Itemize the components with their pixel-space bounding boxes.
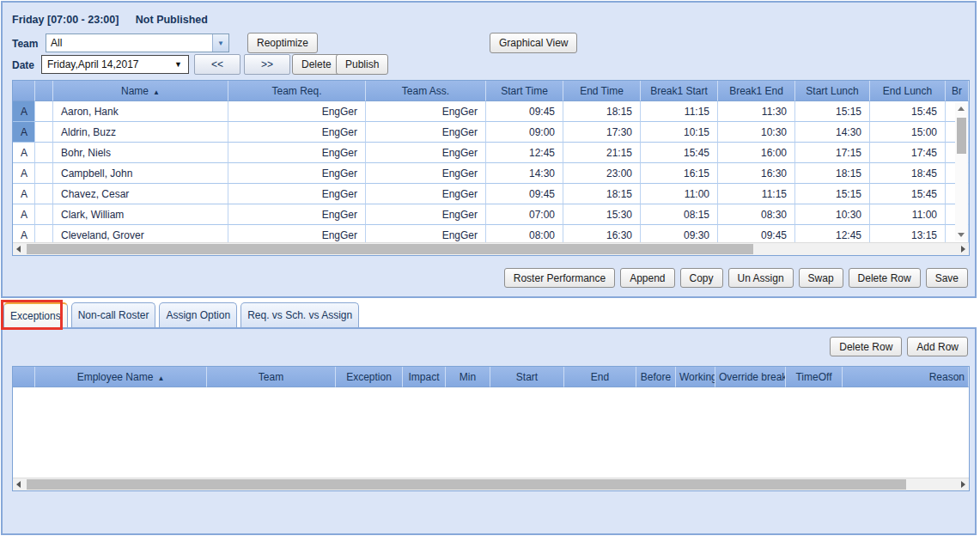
table-row[interactable]: AChavez, CesarEngGerEngGer09:4518:1511:0…: [13, 184, 969, 204]
grid-cell[interactable]: [35, 163, 53, 184]
grid-cell[interactable]: 08:30: [718, 204, 795, 225]
append-button[interactable]: Append: [620, 268, 674, 288]
delete-button[interactable]: Delete: [292, 54, 341, 75]
grid-cell[interactable]: 15:15: [795, 101, 870, 122]
grid-cell[interactable]: Aldrin, Buzz: [53, 122, 228, 143]
table-row[interactable]: ACleveland, GroverEngGerEngGer08:0016:30…: [13, 225, 969, 242]
grid-cell[interactable]: EngGer: [228, 163, 366, 184]
grid-cell[interactable]: A: [13, 184, 35, 204]
column-header[interactable]: Impact: [403, 367, 446, 387]
grid-cell[interactable]: 11:30: [718, 101, 795, 122]
grid-cell[interactable]: Bohr, Niels: [53, 143, 228, 163]
grid-cell[interactable]: 23:00: [563, 163, 641, 184]
column-header[interactable]: Working: [676, 367, 715, 387]
grid-cell[interactable]: Clark, William: [53, 204, 228, 225]
scroll-up-icon[interactable]: [958, 107, 965, 111]
grid-cell[interactable]: 07:00: [486, 204, 563, 225]
grid-cell[interactable]: 11:00: [870, 204, 946, 225]
grid-cell[interactable]: A: [13, 122, 35, 143]
grid-cell[interactable]: A: [13, 101, 35, 122]
column-header[interactable]: Reason: [843, 367, 969, 387]
table-row[interactable]: ACampbell, JohnEngGerEngGer14:3023:0016:…: [13, 163, 969, 184]
grid-cell[interactable]: 15:15: [795, 184, 870, 204]
column-header[interactable]: Start Time: [486, 81, 563, 101]
grid-cell[interactable]: Cleveland, Grover: [53, 225, 228, 242]
column-header[interactable]: [35, 81, 53, 101]
grid-cell[interactable]: EngGer: [366, 225, 486, 242]
grid-cell[interactable]: [35, 122, 53, 143]
reoptimize-button[interactable]: Reoptimize: [247, 33, 318, 53]
table-row[interactable]: ABohr, NielsEngGerEngGer12:4521:1515:451…: [13, 143, 969, 163]
table-row[interactable]: AAaron, HankEngGerEngGer09:4518:1511:151…: [13, 101, 969, 122]
scroll-left-icon[interactable]: [16, 246, 21, 253]
horizontal-scrollbar-thumb[interactable]: [27, 244, 753, 254]
grid-cell[interactable]: 21:15: [563, 143, 641, 163]
grid-cell[interactable]: 13:15: [870, 225, 946, 242]
column-header[interactable]: Break1 Start: [641, 81, 718, 101]
grid-cell[interactable]: 18:15: [563, 184, 641, 204]
grid-cell[interactable]: 09:45: [486, 184, 563, 204]
next-day-button[interactable]: >>: [244, 54, 290, 75]
chevron-down-icon[interactable]: ▼: [212, 34, 228, 52]
grid-cell[interactable]: EngGer: [366, 204, 486, 225]
table-row[interactable]: AAldrin, BuzzEngGerEngGer09:0017:3010:15…: [13, 122, 969, 143]
grid-cell[interactable]: [35, 225, 53, 242]
grid-cell[interactable]: 18:15: [795, 163, 870, 184]
column-header[interactable]: Before: [636, 367, 676, 387]
grid-cell[interactable]: EngGer: [366, 184, 486, 204]
grid-cell[interactable]: EngGer: [228, 184, 366, 204]
swap-button[interactable]: Swap: [799, 268, 843, 288]
column-header[interactable]: Start Lunch: [795, 81, 870, 101]
grid-cell[interactable]: A: [13, 225, 35, 242]
column-header[interactable]: Team Ass.: [366, 81, 486, 101]
grid-cell[interactable]: 12:45: [795, 225, 870, 242]
column-header[interactable]: End: [564, 367, 636, 387]
grid-cell[interactable]: [35, 101, 53, 122]
horizontal-scrollbar-thumb[interactable]: [27, 479, 906, 490]
grid-cell[interactable]: 16:30: [563, 225, 641, 242]
grid-cell[interactable]: 16:00: [718, 143, 795, 163]
grid-cell[interactable]: EngGer: [366, 163, 486, 184]
grid-cell[interactable]: 14:30: [486, 163, 563, 184]
graphical-view-button[interactable]: Graphical View: [490, 33, 577, 53]
column-header[interactable]: Override break: [715, 367, 786, 387]
vertical-scrollbar[interactable]: [955, 103, 968, 241]
column-header[interactable]: Team Req.: [228, 81, 366, 101]
team-combobox[interactable]: All ▼: [46, 33, 229, 52]
column-header[interactable]: Start: [490, 367, 564, 387]
grid-cell[interactable]: A: [13, 204, 35, 225]
column-header[interactable]: Min: [446, 367, 490, 387]
grid-cell[interactable]: 10:30: [718, 122, 795, 143]
publish-button[interactable]: Publish: [336, 54, 388, 75]
grid-cell[interactable]: 09:00: [486, 122, 563, 143]
grid-cell[interactable]: 16:15: [641, 163, 718, 184]
grid-cell[interactable]: 15:45: [641, 143, 718, 163]
delete-row-button[interactable]: Delete Row: [849, 268, 921, 288]
grid-cell[interactable]: EngGer: [228, 122, 366, 143]
tab-req-vs-sch-vs-assign[interactable]: Req. vs Sch. vs Assign: [240, 302, 359, 327]
column-header[interactable]: TimeOff: [786, 367, 843, 387]
grid-cell[interactable]: EngGer: [228, 204, 366, 225]
grid-cell[interactable]: [35, 143, 53, 163]
grid-cell[interactable]: 08:00: [486, 225, 563, 242]
grid-cell[interactable]: Campbell, John: [53, 163, 228, 184]
column-header[interactable]: End Time: [563, 81, 641, 101]
grid-cell[interactable]: 10:15: [641, 122, 718, 143]
un-assign-button[interactable]: Un Assign: [728, 268, 794, 288]
grid-cell[interactable]: 12:45: [486, 143, 563, 163]
grid-cell[interactable]: EngGer: [366, 143, 486, 163]
scroll-down-icon[interactable]: [958, 233, 965, 237]
grid-cell[interactable]: 09:45: [718, 225, 795, 242]
grid-cell[interactable]: 18:45: [870, 163, 946, 184]
scroll-left-icon[interactable]: [16, 481, 21, 488]
grid-cell[interactable]: A: [13, 143, 35, 163]
grid-cell[interactable]: 09:30: [641, 225, 718, 242]
exceptions-delete-row-button[interactable]: Delete Row: [830, 337, 902, 356]
grid-cell[interactable]: EngGer: [228, 143, 366, 163]
grid-cell[interactable]: 15:30: [563, 204, 641, 225]
grid-cell[interactable]: 08:15: [641, 204, 718, 225]
save-button[interactable]: Save: [926, 268, 968, 288]
grid-cell[interactable]: EngGer: [366, 122, 486, 143]
grid-cell[interactable]: A: [13, 163, 35, 184]
column-header[interactable]: Name▲: [53, 81, 228, 101]
